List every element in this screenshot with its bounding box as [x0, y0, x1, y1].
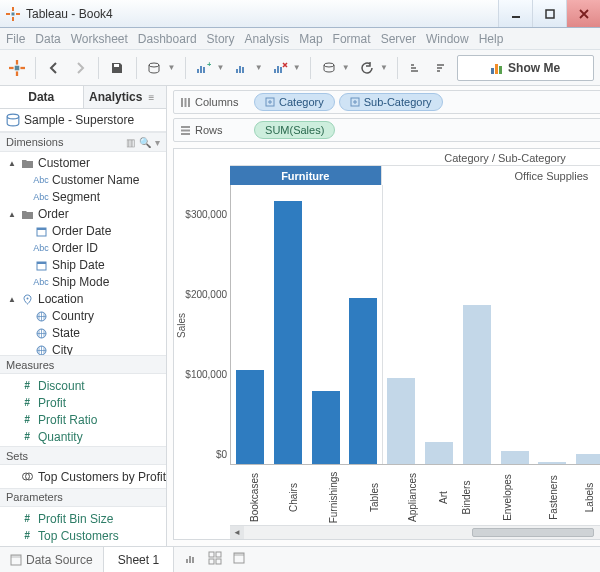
- menu-format[interactable]: Format: [333, 32, 371, 46]
- forward-button[interactable]: [69, 55, 91, 81]
- menu-analysis[interactable]: Analysis: [245, 32, 290, 46]
- collapse-icon[interactable]: ≡: [142, 92, 160, 103]
- field-order-id[interactable]: AbcOrder ID: [0, 240, 166, 257]
- svg-rect-15: [200, 66, 202, 73]
- field-state[interactable]: State: [0, 325, 166, 342]
- dropdown-icon[interactable]: ▼: [255, 63, 263, 72]
- measure-quantity[interactable]: ▲#Quantity: [0, 428, 166, 445]
- x-label-fasteners: Fasteners: [531, 465, 575, 525]
- y-tick: $300,000: [185, 209, 227, 220]
- menu-data[interactable]: Data: [35, 32, 60, 46]
- bar-appliances[interactable]: [382, 185, 420, 464]
- field-country[interactable]: Country: [0, 308, 166, 325]
- menu-file[interactable]: File: [6, 32, 25, 46]
- window-title: Tableau - Book4: [26, 7, 498, 21]
- sort-desc-button[interactable]: [431, 55, 453, 81]
- field-order-date[interactable]: Order Date: [0, 223, 166, 240]
- menu-dashboard[interactable]: Dashboard: [138, 32, 197, 46]
- minimize-button[interactable]: [498, 0, 532, 27]
- text-icon: Abc: [34, 276, 48, 289]
- dropdown-icon[interactable]: ▼: [380, 63, 388, 72]
- measure-profit[interactable]: ▲#Profit: [0, 394, 166, 411]
- new-worksheet-button[interactable]: +: [192, 55, 214, 81]
- bar-bookcases[interactable]: [231, 185, 269, 464]
- param-top-customers[interactable]: ▲#Top Customers: [0, 527, 166, 544]
- svg-rect-60: [234, 553, 244, 556]
- new-dashboard-icon[interactable]: [208, 551, 222, 568]
- bar-labels[interactable]: [571, 185, 600, 464]
- folder-order[interactable]: ▲Order: [0, 206, 166, 223]
- menu-story[interactable]: Story: [207, 32, 235, 46]
- bar-binders[interactable]: [458, 185, 496, 464]
- bar-furnishings[interactable]: [307, 185, 345, 464]
- svg-rect-43: [185, 98, 187, 107]
- menu-icon[interactable]: ▾: [155, 137, 160, 148]
- folder-customer[interactable]: ▲Customer: [0, 155, 166, 172]
- duplicate-sheet-button[interactable]: [231, 55, 253, 81]
- dropdown-icon[interactable]: ▼: [293, 63, 301, 72]
- pill-sum-sales-[interactable]: SUM(Sales): [254, 121, 335, 139]
- field-ship-date[interactable]: Ship Date: [0, 257, 166, 274]
- set-top-customers-by-profit[interactable]: ▲Top Customers by Profit: [0, 468, 166, 485]
- chart-title: Category / Sub-Category: [174, 149, 600, 165]
- tableau-logo-icon[interactable]: [6, 55, 28, 81]
- folder-location[interactable]: ▲Location: [0, 291, 166, 308]
- bar-envelopes[interactable]: [496, 185, 534, 464]
- dropdown-icon[interactable]: ▼: [342, 63, 350, 72]
- tab-analytics[interactable]: Analytics≡: [84, 86, 167, 108]
- show-me-button[interactable]: Show Me: [457, 55, 594, 81]
- category-header-furniture[interactable]: Furniture: [230, 165, 381, 185]
- dropdown-icon[interactable]: ▼: [217, 63, 225, 72]
- x-label-envelopes: Envelopes: [484, 465, 531, 525]
- field-ship-mode[interactable]: AbcShip Mode: [0, 274, 166, 291]
- maximize-button[interactable]: [532, 0, 566, 27]
- pill-category[interactable]: Category: [254, 93, 335, 111]
- scroll-left-icon[interactable]: ◄: [230, 526, 244, 539]
- sort-asc-button[interactable]: [405, 55, 427, 81]
- measure-profit-ratio[interactable]: ▲#Profit Ratio: [0, 411, 166, 428]
- svg-rect-51: [11, 555, 21, 558]
- new-datasource-button[interactable]: [143, 55, 165, 81]
- menu-map[interactable]: Map: [299, 32, 322, 46]
- scroll-thumb[interactable]: [472, 528, 593, 537]
- svg-rect-23: [280, 67, 282, 73]
- field-segment[interactable]: AbcSegment: [0, 189, 166, 206]
- menu-window[interactable]: Window: [426, 32, 469, 46]
- show-me-icon: [491, 62, 502, 74]
- window-titlebar: Tableau - Book4: [0, 0, 600, 28]
- svg-rect-22: [277, 66, 279, 73]
- chart-plot-area[interactable]: [230, 185, 600, 465]
- close-button[interactable]: [566, 0, 600, 27]
- param-profit-bin-size[interactable]: ▲#Profit Bin Size: [0, 510, 166, 527]
- menu-help[interactable]: Help: [479, 32, 504, 46]
- bar-fasteners[interactable]: [534, 185, 572, 464]
- new-story-icon[interactable]: [232, 551, 246, 568]
- rows-shelf[interactable]: Rows SUM(Sales): [173, 118, 600, 142]
- measure-discount[interactable]: ▲#Discount: [0, 377, 166, 394]
- tab-data[interactable]: Data: [0, 86, 84, 108]
- bar-chairs[interactable]: [269, 185, 307, 464]
- swap-button[interactable]: [318, 55, 340, 81]
- field-customer-name[interactable]: AbcCustomer Name: [0, 172, 166, 189]
- datasource-row[interactable]: Sample - Superstore: [0, 109, 166, 132]
- datasource-tab[interactable]: Data Source: [0, 547, 104, 572]
- back-button[interactable]: [43, 55, 65, 81]
- clear-sheet-button[interactable]: [269, 55, 291, 81]
- horizontal-scrollbar[interactable]: ◄ ►: [230, 525, 600, 539]
- save-button[interactable]: [106, 55, 128, 81]
- category-header-office-supplies[interactable]: Office Supplies: [382, 165, 600, 185]
- dropdown-icon[interactable]: ▼: [168, 63, 176, 72]
- bar-art[interactable]: [420, 185, 458, 464]
- columns-shelf[interactable]: Columns CategorySub-Category: [173, 90, 600, 114]
- search-icon[interactable]: 🔍: [139, 137, 151, 148]
- field-city[interactable]: City: [0, 342, 166, 355]
- menu-server[interactable]: Server: [381, 32, 416, 46]
- tableau-app-icon: [6, 7, 20, 21]
- sheet-tab[interactable]: Sheet 1: [104, 547, 174, 572]
- refresh-button[interactable]: [356, 55, 378, 81]
- view-icon[interactable]: ▥: [126, 137, 135, 148]
- bar-tables[interactable]: [344, 185, 382, 464]
- new-worksheet-icon[interactable]: [184, 551, 198, 568]
- pill-sub-category[interactable]: Sub-Category: [339, 93, 443, 111]
- menu-worksheet[interactable]: Worksheet: [71, 32, 128, 46]
